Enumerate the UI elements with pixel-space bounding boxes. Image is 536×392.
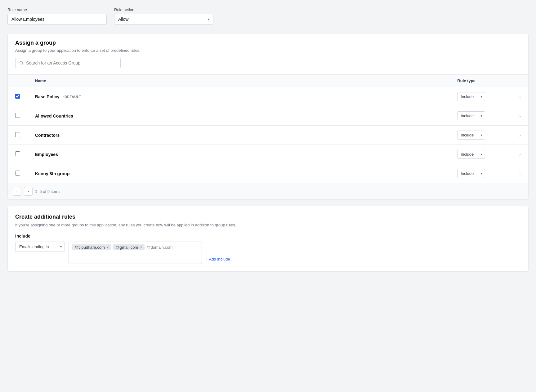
name-cell: Employees — [28, 145, 450, 164]
row-arrow-icon[interactable]: › — [512, 106, 528, 126]
domain-input[interactable] — [146, 244, 199, 250]
rule-name-label: Rule name — [7, 7, 107, 12]
table-row: ContractorsIncludeExcludeRequire▼› — [8, 126, 528, 145]
checkbox-cell — [8, 145, 28, 164]
search-icon — [19, 61, 24, 65]
create-rules-description: If you're assigning one or more groups t… — [15, 223, 521, 227]
emails-select-wrapper: Emails ending in Email IP Range Country … — [15, 242, 65, 252]
table-row: Base Policy•DEFAULTIncludeExcludeRequire… — [8, 87, 528, 106]
tag-cloudflare-text: @cloudflare.com — [74, 245, 105, 250]
rule-type-select-5[interactable]: IncludeExcludeRequire — [457, 169, 485, 178]
row-arrow-icon[interactable]: › — [512, 164, 528, 183]
rule-action-label: Rule action — [114, 7, 213, 12]
assign-group-description: Assign a group to your application to en… — [15, 48, 521, 53]
name-cell: Allowed Countries — [28, 106, 450, 126]
tag-cloudflare-close-icon[interactable]: × — [107, 246, 109, 249]
row-arrow-icon[interactable]: › — [512, 145, 528, 164]
table-row: EmployeesIncludeExcludeRequire▼› — [8, 145, 528, 164]
checkbox-cell — [8, 106, 28, 126]
name-cell: Contractors — [28, 126, 450, 145]
rule-type-cell: IncludeExcludeRequire▼ — [450, 164, 512, 183]
next-page-button[interactable]: › — [24, 187, 33, 196]
col-checkbox — [8, 75, 28, 87]
name-cell: Base Policy•DEFAULT — [28, 87, 450, 106]
tag-cloudflare: @cloudflare.com × — [72, 244, 111, 250]
create-rules-section: Create additional rules If you're assign… — [7, 206, 529, 272]
search-bar-wrap — [8, 58, 528, 74]
row-name-text: Employees — [35, 152, 58, 157]
row-name-text: Base Policy — [35, 94, 60, 99]
checkbox-cell — [8, 126, 28, 145]
rule-type-cell: IncludeExcludeRequire▼ — [450, 87, 512, 106]
rule-type-cell: IncludeExcludeRequire▼ — [450, 126, 512, 145]
rule-name-input[interactable] — [7, 14, 107, 24]
row-arrow-icon[interactable]: › — [512, 126, 528, 145]
add-include-button[interactable]: + Add include — [206, 254, 230, 264]
rule-action-select-wrapper: Allow Block Bypass ▼ — [114, 14, 213, 24]
default-badge: •DEFAULT — [63, 95, 81, 99]
top-fields-row: Rule name Rule action Allow Block Bypass… — [7, 7, 529, 24]
tags-input-box[interactable]: @cloudflare.com × @gmail.com × — [69, 242, 202, 264]
row-checkbox-2[interactable] — [15, 113, 20, 118]
emails-ending-select[interactable]: Emails ending in Email IP Range Country — [15, 242, 65, 252]
col-name: Name — [28, 75, 450, 87]
rule-type-cell: IncludeExcludeRequire▼ — [450, 106, 512, 126]
assign-group-section: Assign a group Assign a group to your ap… — [7, 33, 529, 200]
assign-group-title: Assign a group — [15, 40, 521, 46]
row-checkbox-3[interactable] — [15, 132, 20, 137]
name-cell: Kenny 8th group — [28, 164, 450, 183]
row-name-text: Kenny 8th group — [35, 171, 69, 176]
create-rules-title: Create additional rules — [15, 214, 521, 220]
rule-action-select[interactable]: Allow Block Bypass — [114, 14, 213, 24]
rule-type-select-2[interactable]: IncludeExcludeRequire — [457, 111, 485, 120]
page-info: 1–5 of 9 items — [35, 189, 60, 194]
include-section-label: Include — [15, 234, 521, 238]
col-rule-type: Rule type — [450, 75, 512, 87]
row-checkbox-4[interactable] — [15, 151, 20, 156]
row-checkbox-1[interactable] — [15, 94, 20, 99]
row-checkbox-5[interactable] — [15, 171, 20, 176]
checkbox-cell — [8, 87, 28, 106]
row-arrow-icon[interactable]: › — [512, 87, 528, 106]
rule-type-select-3[interactable]: IncludeExcludeRequire — [457, 131, 485, 140]
search-bar — [15, 58, 121, 68]
svg-line-1 — [22, 64, 23, 65]
tag-gmail-text: @gmail.com — [116, 245, 138, 250]
rule-name-group: Rule name — [7, 7, 107, 24]
rule-type-cell: IncludeExcludeRequire▼ — [450, 145, 512, 164]
rule-type-select-4[interactable]: IncludeExcludeRequire — [457, 150, 485, 159]
col-arrow — [512, 75, 528, 87]
assign-group-header: Assign a group Assign a group to your ap… — [8, 33, 528, 53]
row-name-text: Contractors — [35, 133, 60, 138]
include-row: Emails ending in Email IP Range Country … — [15, 242, 521, 264]
tag-gmail: @gmail.com × — [113, 244, 145, 250]
table-row: Allowed CountriesIncludeExcludeRequire▼› — [8, 106, 528, 126]
pagination: ‹ › 1–5 of 9 items — [8, 183, 528, 199]
row-name-text: Allowed Countries — [35, 114, 73, 118]
table-row: Kenny 8th groupIncludeExcludeRequire▼› — [8, 164, 528, 183]
rule-action-group: Rule action Allow Block Bypass ▼ — [114, 7, 213, 24]
group-table: Name Rule type Base Policy•DEFAULTInclud… — [8, 74, 528, 183]
prev-page-button[interactable]: ‹ — [13, 187, 21, 196]
tag-gmail-close-icon[interactable]: × — [140, 246, 142, 249]
search-input[interactable] — [26, 60, 117, 65]
rule-type-select-1[interactable]: IncludeExcludeRequire — [457, 92, 485, 101]
checkbox-cell — [8, 164, 28, 183]
